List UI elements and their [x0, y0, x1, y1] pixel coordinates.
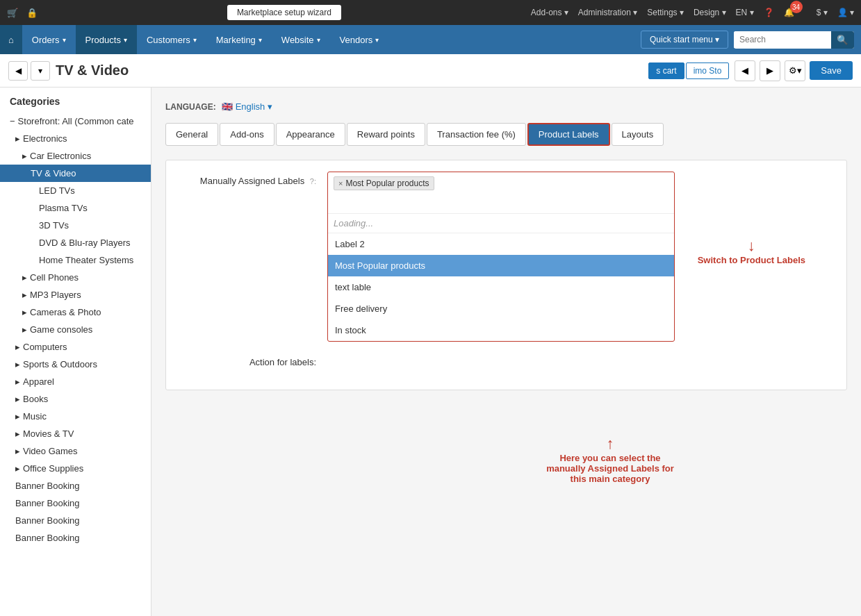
- expand-icon: ▸: [22, 324, 27, 335]
- customers-label: Customers: [147, 35, 190, 45]
- action-label: Action for labels:: [177, 353, 316, 367]
- administration-menu[interactable]: Administration ▾: [578, 8, 637, 17]
- vendors-caret: ▾: [375, 36, 379, 44]
- dropdown-item-most-popular[interactable]: Most Popular products: [328, 255, 674, 276]
- sidebar-item-books[interactable]: ▸ Books: [0, 390, 151, 408]
- tab-general[interactable]: General: [165, 123, 218, 146]
- search-button[interactable]: 🔍: [831, 31, 854, 49]
- sidebar-item-car-electronics[interactable]: ▸ Car Electronics: [0, 147, 151, 165]
- expand-icon: ▸: [15, 394, 20, 404]
- home-button[interactable]: ⌂: [0, 25, 22, 54]
- expand-icon: −: [10, 116, 15, 126]
- tab-reward-points[interactable]: Reward points: [347, 123, 425, 146]
- sidebar-item-label: DVD & Blu-ray Players: [39, 238, 130, 248]
- nav-right: Quick start menu ▾ 🔍: [641, 25, 861, 54]
- user-menu[interactable]: 👤 ▾: [837, 8, 854, 17]
- expand-icon: ▸: [15, 428, 20, 439]
- products-label: Products: [85, 35, 121, 45]
- sidebar-item-banner-3[interactable]: Banner Booking: [0, 512, 151, 529]
- sidebar-item-storefront[interactable]: − Storefront: All (Common cate: [0, 113, 151, 130]
- dropdown-item-label2[interactable]: Label 2: [328, 233, 674, 255]
- sidebar-item-label: Office Supplies: [23, 463, 83, 474]
- tag-remove-button[interactable]: ×: [338, 179, 343, 188]
- sidebar-item-banner-4[interactable]: Banner Booking: [0, 529, 151, 547]
- sidebar-item-tv-video[interactable]: TV & Video: [0, 165, 151, 182]
- sidebar-item-dvd[interactable]: DVD & Blu-ray Players: [0, 234, 151, 251]
- customers-menu[interactable]: Customers ▾: [137, 25, 206, 54]
- tab-transaction-fee[interactable]: Transaction fee (%): [427, 123, 526, 146]
- next-page-button[interactable]: ▶: [760, 60, 780, 81]
- sidebar-item-label: LED TVs: [39, 185, 75, 196]
- sidebar-item-video-games[interactable]: ▸ Video Games: [0, 442, 151, 460]
- store-tab-1[interactable]: s cart: [648, 63, 684, 79]
- quick-start-button[interactable]: Quick start menu ▾: [641, 31, 728, 49]
- vendors-menu[interactable]: Vendors ▾: [330, 25, 389, 54]
- back-button[interactable]: ◀: [8, 61, 28, 81]
- sidebar-item-music[interactable]: ▸ Music: [0, 408, 151, 425]
- sidebar-item-home-theater[interactable]: Home Theater Systems: [0, 251, 151, 269]
- sidebar-item-cameras[interactable]: ▸ Cameras & Photo: [0, 303, 151, 321]
- wizard-button[interactable]: Marketplace setup wizard: [227, 5, 341, 20]
- search-input[interactable]: [734, 31, 831, 48]
- store-tab-2[interactable]: imo Sto: [686, 63, 730, 79]
- expand-icon: ▸: [15, 463, 20, 474]
- tag-label: Most Popular products: [345, 178, 429, 188]
- settings-menu[interactable]: Settings ▾: [647, 8, 684, 17]
- tab-appearance[interactable]: Appearance: [276, 123, 345, 146]
- lock-icon[interactable]: 🔒: [26, 8, 38, 18]
- annotation-switch-to-labels: ↓ Switch to Product Labels: [698, 237, 805, 265]
- sidebar-item-game-consoles[interactable]: ▸ Game consoles: [0, 321, 151, 338]
- sidebar-item-plasma-tvs[interactable]: Plasma TVs: [0, 199, 151, 217]
- help-icon[interactable]: ❓: [764, 8, 774, 17]
- help-icon[interactable]: ?:: [310, 177, 316, 185]
- sidebar-item-mp3[interactable]: ▸ MP3 Players: [0, 286, 151, 303]
- sidebar-item-computers[interactable]: ▸ Computers: [0, 338, 151, 356]
- content-area: LANGUAGE: 🇬🇧 English ▾ General Add-ons A…: [151, 88, 861, 616]
- sidebar-item-label: Home Theater Systems: [39, 255, 133, 265]
- loading-indicator: Loading...: [328, 214, 674, 233]
- sidebar-item-label: Plasma TVs: [39, 203, 88, 213]
- dropdown-item-free-delivery[interactable]: Free delivery: [328, 298, 674, 319]
- save-button[interactable]: Save: [810, 61, 853, 80]
- multiselect-container[interactable]: × Most Popular products Loading... Label…: [327, 172, 675, 342]
- sidebar-item-sports[interactable]: ▸ Sports & Outdoors: [0, 356, 151, 373]
- prev-page-button[interactable]: ◀: [735, 60, 755, 81]
- multiselect-search-input[interactable]: [334, 193, 669, 212]
- products-menu[interactable]: Products ▾: [76, 25, 137, 54]
- website-menu[interactable]: Website ▾: [272, 25, 330, 54]
- settings-button[interactable]: ⚙▾: [785, 60, 805, 81]
- content-wrapper: LANGUAGE: 🇬🇧 English ▾ General Add-ons A…: [165, 101, 847, 390]
- sidebar-item-cell-phones[interactable]: ▸ Cell Phones: [0, 269, 151, 286]
- sidebar-item-label: Movies & TV: [23, 428, 74, 439]
- expand-icon: ▸: [22, 151, 27, 161]
- dollar-menu[interactable]: $ ▾: [817, 8, 828, 17]
- tab-product-labels[interactable]: Product Labels: [527, 123, 610, 146]
- tab-layouts[interactable]: Layouts: [612, 123, 664, 146]
- cart-icon[interactable]: 🛒: [7, 8, 18, 18]
- orders-menu[interactable]: Orders ▾: [22, 25, 76, 54]
- language-menu[interactable]: EN ▾: [736, 8, 754, 17]
- sidebar-item-label: Game consoles: [30, 324, 92, 335]
- sidebar-item-apparel[interactable]: ▸ Apparel: [0, 373, 151, 390]
- top-bar: 🛒 🔒 Marketplace setup wizard Add-ons ▾ A…: [0, 0, 861, 25]
- dropdown-item-in-stock[interactable]: In stock: [328, 319, 674, 341]
- sidebar-item-office[interactable]: ▸ Office Supplies: [0, 460, 151, 477]
- tab-addons[interactable]: Add-ons: [220, 123, 274, 146]
- sidebar-item-banner-1[interactable]: Banner Booking: [0, 477, 151, 494]
- sidebar-item-label: Electronics: [23, 133, 67, 144]
- website-caret: ▾: [317, 36, 320, 44]
- sidebar-item-label: TV & Video: [31, 168, 76, 178]
- notification-bell[interactable]: 🔔34: [784, 6, 807, 19]
- dropdown-item-text-lable[interactable]: text lable: [328, 276, 674, 298]
- design-menu[interactable]: Design ▾: [694, 8, 726, 17]
- addons-menu[interactable]: Add-ons ▾: [531, 8, 568, 17]
- marketing-menu[interactable]: Marketing ▾: [206, 25, 272, 54]
- sidebar-item-banner-2[interactable]: Banner Booking: [0, 494, 151, 512]
- tabs-row: General Add-ons Appearance Reward points…: [165, 123, 847, 146]
- sidebar-item-electronics[interactable]: ▸ Electronics: [0, 130, 151, 147]
- sidebar-item-led-tvs[interactable]: LED TVs: [0, 182, 151, 199]
- dropdown-button[interactable]: ▾: [31, 61, 50, 81]
- language-selector[interactable]: 🇬🇧 English ▾: [222, 101, 273, 112]
- sidebar-item-3d-tvs[interactable]: 3D TVs: [0, 217, 151, 234]
- sidebar-item-movies[interactable]: ▸ Movies & TV: [0, 425, 151, 442]
